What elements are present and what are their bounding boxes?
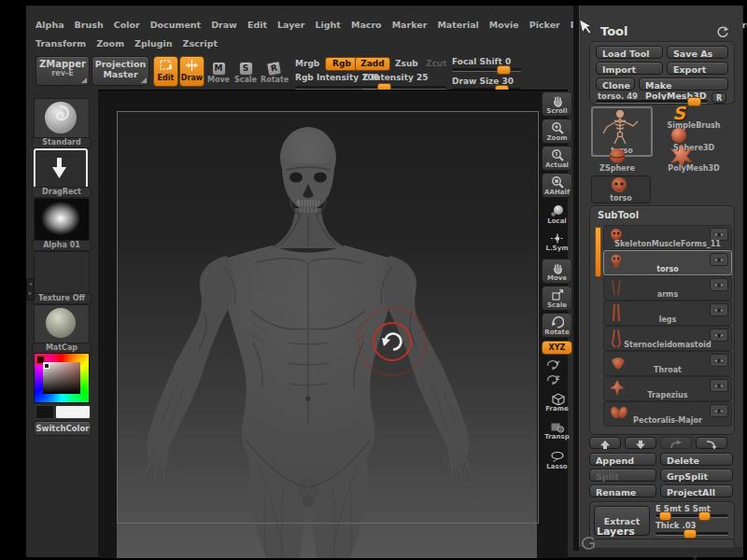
subtool-scrollbar[interactable] [595,227,601,277]
shelf-scale-button[interactable]: Scale [542,286,572,311]
menu-light[interactable]: Light [316,20,341,30]
clone-button[interactable]: Clone [596,77,635,91]
menu-zscript[interactable]: Zscript [183,38,218,49]
stroke-thumbnail[interactable] [34,148,88,189]
shelf-rotate-z-button[interactable]: Z [545,371,560,389]
menu-color[interactable]: Color [114,20,140,30]
make-polymesh3d-button[interactable]: Make PolyMesh3D [639,77,728,91]
texture-thumbnail[interactable] [34,251,90,294]
tool-r-button[interactable]: R [712,92,726,104]
shelf-frame-button[interactable]: Frame [542,388,572,414]
simplebrush-item[interactable]: SimpleBrush [655,121,733,130]
subtool-visibility-eye-icon[interactable] [710,354,728,367]
zsphere-thumbnail[interactable] [608,147,627,164]
subtool-visibility-eye-icon[interactable] [710,329,728,342]
shelf-rotate-button[interactable]: Rotate [542,313,572,338]
e-smt-handle[interactable] [659,511,671,521]
zsub-button[interactable]: Zsub [395,59,418,68]
subtool-row[interactable]: Pectoralis-Major [603,401,732,427]
subtool-row[interactable]: Throat [603,351,732,376]
saturation-square[interactable] [43,362,80,394]
main-color-swatch[interactable] [55,405,91,419]
subtool-visibility-eye-icon[interactable] [710,253,728,266]
subtool-visibility-eye-icon[interactable] [710,278,728,291]
shelf-move-button[interactable]: Move [542,259,572,284]
split-button[interactable]: Split [589,469,656,482]
menu-alpha[interactable]: Alpha [35,20,64,30]
focal-shift-handle[interactable] [497,65,511,75]
shelf-xyz-button[interactable]: XYZ [542,341,572,355]
sphere3d-thumbnail[interactable] [669,127,688,144]
alpha-thumbnail[interactable] [34,198,90,241]
export-button[interactable]: Export [667,62,728,75]
menu-document[interactable]: Document [150,20,201,30]
move-mode-button[interactable]: M Move [206,57,231,84]
shelf-aahalf-button[interactable]: AAHalf [542,173,572,198]
tool-inventory-slider[interactable]: torso. 49 R [596,92,728,102]
delete-button[interactable]: Delete [660,453,733,466]
z-intensity-slider[interactable]: Z Intensity 25 [362,73,448,91]
mrgb-button[interactable]: Mrgb [295,59,319,68]
left-tray-divider-handle[interactable]: ◂▸ [26,278,35,301]
smt-sliders[interactable]: E Smt S Smt [655,504,730,521]
subtool-row-selected[interactable]: torso [603,250,732,275]
menu-picker[interactable]: Picker [529,20,560,30]
menu-edit[interactable]: Edit [247,20,267,30]
menu-macro[interactable]: Macro [351,20,382,30]
menu-marker[interactable]: Marker [392,20,428,30]
subtool-visibility-eye-icon[interactable] [710,303,728,316]
shelf-lasso-button[interactable]: Lasso [542,448,572,472]
subtool-move-up-button[interactable] [589,437,621,449]
zcut-button[interactable]: Zcut [426,59,447,68]
shelf-local-button[interactable]: Local [542,202,572,227]
menu-brush[interactable]: Brush [75,20,104,30]
s-smt-handle[interactable] [698,511,711,521]
shelf-zoom-button[interactable]: Zoom [542,119,572,144]
menu-draw[interactable]: Draw [211,20,237,30]
secondary-color-swatch[interactable] [35,405,54,419]
subtool-visibility-eye-icon[interactable] [710,228,728,241]
subtool-shuffle-down-button[interactable] [696,437,727,449]
subtool-shuffle-up-button[interactable] [660,437,692,449]
save-as-button[interactable]: Save As [667,46,728,59]
simplebrush-thumbnail[interactable]: S [658,103,699,121]
switch-color-button[interactable]: SwitchColor [34,421,92,436]
scale-mode-button[interactable]: S Scale [233,57,258,84]
brush-thumbnail[interactable] [34,98,90,139]
focal-shift-slider[interactable]: Focal Shift 0 [452,57,523,74]
shelf-lsym-button[interactable]: L.Sym [542,230,572,254]
menu-movie[interactable]: Movie [489,20,519,30]
subtool-move-down-button[interactable] [625,437,656,449]
menu-transform[interactable]: Transform [35,38,86,49]
menu-zoom[interactable]: Zoom [96,38,124,49]
subtool-row[interactable]: arms [603,275,732,301]
color-selector[interactable] [44,363,49,369]
shelf-transp-button[interactable]: Transp [542,418,572,442]
edit-mode-button[interactable]: Edit [153,56,178,87]
shelf-actual-button[interactable]: Actual [542,146,572,171]
material-thumbnail[interactable] [34,304,90,343]
subtool-row[interactable]: legs [603,301,732,326]
subtool-row[interactable]: Sternocleidomastoid [603,326,732,351]
grpsplit-button[interactable]: GrpSplit [660,469,733,482]
zsphere-item[interactable]: ZSphere [584,164,651,173]
polymesh3d-item[interactable]: PolyMesh3D [655,164,733,173]
torso-tool-thumbnail[interactable]: torso [591,175,651,203]
subtool-visibility-eye-icon[interactable] [710,379,728,392]
rename-button[interactable]: Rename [589,484,656,497]
rotate-mode-button[interactable]: R Rotate [261,57,287,84]
color-picker[interactable] [34,353,90,403]
append-button[interactable]: Append [589,453,656,466]
menu-material[interactable]: Material [437,20,478,30]
draw-mode-button[interactable]: Draw [179,56,204,87]
import-button[interactable]: Import [596,62,663,75]
subtool-row[interactable]: SkeletonMuscleForms_11 [603,225,732,250]
projection-master-button[interactable]: Projection Master [92,56,149,86]
load-tool-button[interactable]: Load Tool [596,46,663,59]
rgb-button[interactable]: Rgb [325,57,359,71]
subtool-visibility-eye-icon[interactable] [710,404,728,417]
menu-zplugin[interactable]: Zplugin [134,38,173,49]
projectall-button[interactable]: ProjectAll [660,484,733,497]
subtool-row[interactable]: Trapezius [603,376,732,401]
panel-cycle-icon[interactable] [715,25,729,39]
